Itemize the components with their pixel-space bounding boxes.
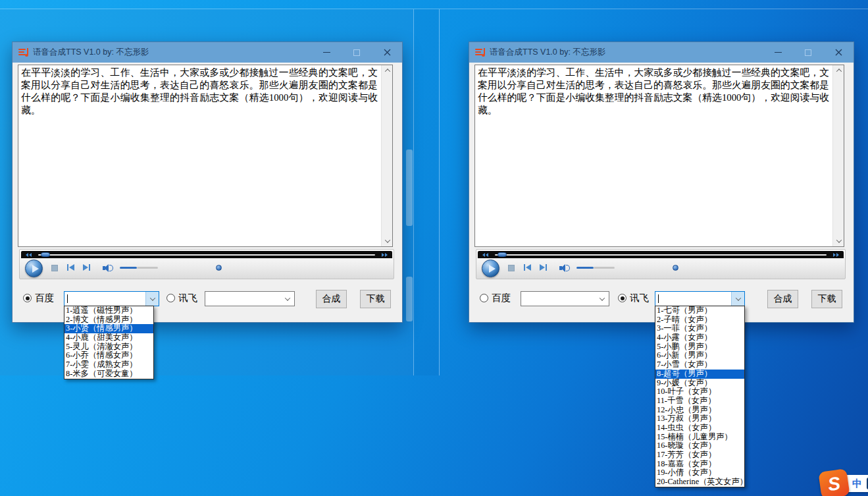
play-icon <box>32 265 39 273</box>
dropdown-option[interactable]: 12-小忠（男声） <box>655 406 744 415</box>
minimize-icon <box>775 52 782 53</box>
seek-bar[interactable] <box>478 251 844 258</box>
synthesize-button[interactable]: 合成 <box>316 290 347 308</box>
baidu-voice-combobox[interactable] <box>521 291 609 306</box>
dropdown-option[interactable]: 8-米多（可爱女童） <box>64 370 153 379</box>
volume-slider[interactable] <box>120 267 158 269</box>
text-input-area[interactable]: 在平平淡淡的学习、工作、生活中，大家或多或少都接触过一些经典的文案吧，文案用以分… <box>474 65 844 247</box>
dropdown-option[interactable]: 20-Catherine（英文女声） <box>655 478 744 487</box>
dropdown-option[interactable]: 3-一菲（女声） <box>655 324 744 333</box>
maximize-button[interactable] <box>793 42 823 63</box>
dropdown-option[interactable]: 6-小新（男声） <box>655 351 744 360</box>
document-text: 在平平淡淡的学习、工作、生活中，大家或多或少都接触过一些经典的文案吧，文案用以分… <box>478 67 829 245</box>
textarea-scrollbar[interactable] <box>832 65 844 246</box>
rewind-icon[interactable] <box>26 253 32 257</box>
dropdown-option[interactable]: 18-嘉嘉（女声） <box>655 460 744 469</box>
close-button[interactable] <box>372 42 402 63</box>
chevron-down-icon[interactable] <box>281 292 294 306</box>
seek-bar[interactable] <box>21 251 392 258</box>
text-caret <box>67 294 68 303</box>
xunfei-voice-combobox[interactable] <box>205 291 295 306</box>
sogou-logo-icon[interactable]: S <box>818 468 850 496</box>
xunfei-radio[interactable] <box>166 294 175 302</box>
dropdown-option[interactable]: 7-小雯（成熟女声） <box>64 360 153 370</box>
text-input-area[interactable]: 在平平淡淡的学习、工作、生活中，大家或多或少都接触过一些经典的文案吧，文案用以分… <box>18 65 393 247</box>
xunfei-radio[interactable] <box>618 294 626 302</box>
chevron-down-icon[interactable] <box>596 292 609 306</box>
dropdown-option[interactable]: 1-逍遥（磁性男声） <box>64 306 153 316</box>
baidu-voice-combobox[interactable] <box>64 291 159 306</box>
fast-forward-icon[interactable] <box>382 253 388 257</box>
dropdown-option[interactable]: 16-晓璇（女声） <box>655 441 744 451</box>
scroll-down-icon[interactable] <box>382 236 393 246</box>
dropdown-option[interactable]: 5-灵儿（清澈女声） <box>64 343 153 352</box>
baidu-voice-dropdown-list: 1-逍遥（磁性男声）2-博文（情感男声）3-小贤（情感男声）4-小鹿（甜美女声）… <box>64 306 154 379</box>
seek-thumb[interactable] <box>498 252 507 257</box>
xunfei-voice-dropdown-list: 1-七哥（男声）2-子晴（女声）3-一菲（女声）4-小露（女声）5-小鹏（男声）… <box>655 306 745 487</box>
close-button[interactable] <box>823 42 854 63</box>
dropdown-option[interactable]: 6-小乔（情感女声） <box>64 351 153 360</box>
scroll-up-icon[interactable] <box>382 65 393 76</box>
seek-thumb[interactable] <box>41 252 50 257</box>
dropdown-option[interactable]: 15-楠楠（儿童男声） <box>655 433 744 442</box>
dropdown-option[interactable]: 10-叶子（女声） <box>655 387 744 397</box>
dropdown-option[interactable]: 19-小倩（女声） <box>655 468 744 478</box>
rewind-icon[interactable] <box>482 253 488 257</box>
window-title: 语音合成TTS V1.0 by: 不忘形影 <box>33 47 149 58</box>
mute-button[interactable] <box>559 264 570 272</box>
seek-track[interactable] <box>38 254 375 256</box>
dropdown-option[interactable]: 8-超哥（男声） <box>655 370 744 379</box>
dropdown-option[interactable]: 11-千雪（女声） <box>655 397 744 406</box>
background-highlight-strip <box>406 150 413 226</box>
minimize-button[interactable] <box>763 42 793 63</box>
volume-thumb[interactable] <box>673 265 678 271</box>
download-button[interactable]: 下载 <box>811 290 842 308</box>
dropdown-option[interactable]: 3-小贤（情感男声） <box>64 324 153 333</box>
seek-track[interactable] <box>495 254 827 256</box>
dropdown-option[interactable]: 17-芳芳（女声） <box>655 451 744 460</box>
dropdown-option[interactable]: 2-博文（情感男声） <box>64 316 153 325</box>
chevron-down-icon[interactable] <box>731 292 744 306</box>
ime-mode-label[interactable]: 中 <box>852 478 862 490</box>
download-button[interactable]: 下载 <box>360 290 391 308</box>
tts-window-right: 语音合成TTS V1.0 by: 不忘形影 在平平淡淡的学习、工作、生活中，大家… <box>469 41 854 323</box>
titlebar[interactable]: 语音合成TTS V1.0 by: 不忘形影 <box>13 42 402 63</box>
titlebar[interactable]: 语音合成TTS V1.0 by: 不忘形影 <box>469 42 854 63</box>
volume-slider[interactable] <box>576 267 615 269</box>
baidu-label: 百度 <box>35 292 54 304</box>
dropdown-option[interactable]: 2-子晴（女声） <box>655 316 744 325</box>
synthesize-button[interactable]: 合成 <box>767 290 798 308</box>
previous-button[interactable] <box>67 264 74 271</box>
textarea-scrollbar[interactable] <box>381 65 392 246</box>
dropdown-option[interactable]: 4-小露（女声） <box>655 333 744 343</box>
chevron-down-icon[interactable] <box>145 292 159 306</box>
dropdown-option[interactable]: 1-七哥（男声） <box>655 306 744 316</box>
play-button[interactable] <box>482 260 499 277</box>
stop-button[interactable] <box>51 265 58 271</box>
xunfei-voice-combobox[interactable] <box>655 291 745 306</box>
baidu-radio[interactable] <box>480 294 488 302</box>
scroll-down-icon[interactable] <box>833 236 844 246</box>
dropdown-option[interactable]: 9-小媛（女声） <box>655 379 744 388</box>
background-window-top-edge <box>0 9 868 9</box>
dropdown-option[interactable]: 7-小雪（女声） <box>655 360 744 370</box>
dropdown-option[interactable]: 5-小鹏（男声） <box>655 343 744 352</box>
minimize-button[interactable] <box>311 42 342 63</box>
app-icon <box>474 47 485 58</box>
volume-thumb[interactable] <box>216 265 222 271</box>
scroll-up-icon[interactable] <box>833 65 844 76</box>
dropdown-option[interactable]: 13-万叔（男声） <box>655 414 744 424</box>
next-button[interactable] <box>83 264 90 271</box>
media-player <box>476 249 846 279</box>
mute-button[interactable] <box>103 264 113 272</box>
dropdown-option[interactable]: 4-小鹿（甜美女声） <box>64 333 153 343</box>
dropdown-option[interactable]: 14-虫虫（女声） <box>655 424 744 433</box>
maximize-button[interactable] <box>342 42 372 63</box>
play-button[interactable] <box>25 260 43 277</box>
tts-window-left: 语音合成TTS V1.0 by: 不忘形影 在平平淡淡的学习、工作、生活中，大家… <box>12 41 403 323</box>
baidu-radio[interactable] <box>23 294 32 302</box>
fast-forward-icon[interactable] <box>833 253 839 257</box>
previous-button[interactable] <box>524 264 531 271</box>
stop-button[interactable] <box>508 265 515 271</box>
next-button[interactable] <box>540 264 547 271</box>
